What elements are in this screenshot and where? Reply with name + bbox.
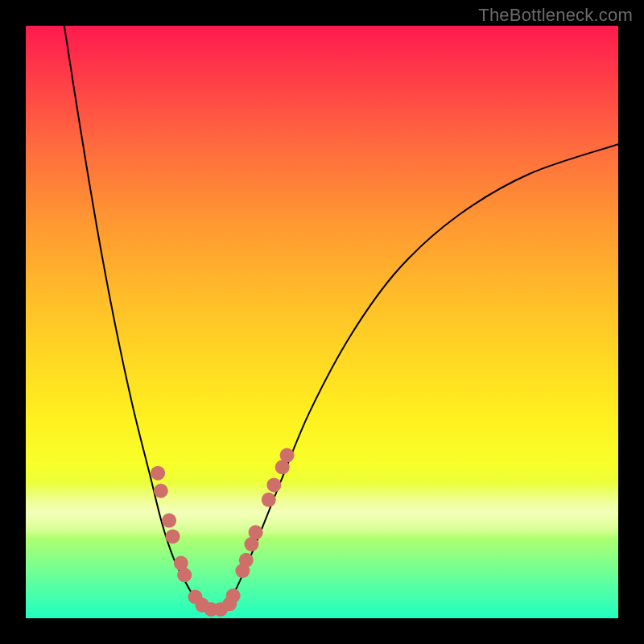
curve-right-arm: [227, 144, 618, 606]
plot-area: [26, 26, 618, 618]
curve-left-arm: [64, 26, 204, 606]
highlight-dot: [166, 529, 180, 543]
watermark-text: TheBottleneck.com: [478, 5, 633, 26]
chart-frame: TheBottleneck.com: [0, 0, 644, 644]
highlight-dot: [262, 493, 276, 507]
highlight-dot: [151, 466, 165, 481]
highlight-dot: [280, 448, 295, 463]
highlight-dot: [162, 514, 176, 528]
highlight-dot: [266, 477, 281, 492]
curve-overlay: [26, 26, 618, 618]
highlight-dot: [226, 588, 241, 603]
highlight-dot: [154, 484, 168, 498]
highlight-dot: [249, 525, 263, 539]
highlight-dot: [177, 568, 192, 582]
highlight-dot: [239, 553, 254, 568]
